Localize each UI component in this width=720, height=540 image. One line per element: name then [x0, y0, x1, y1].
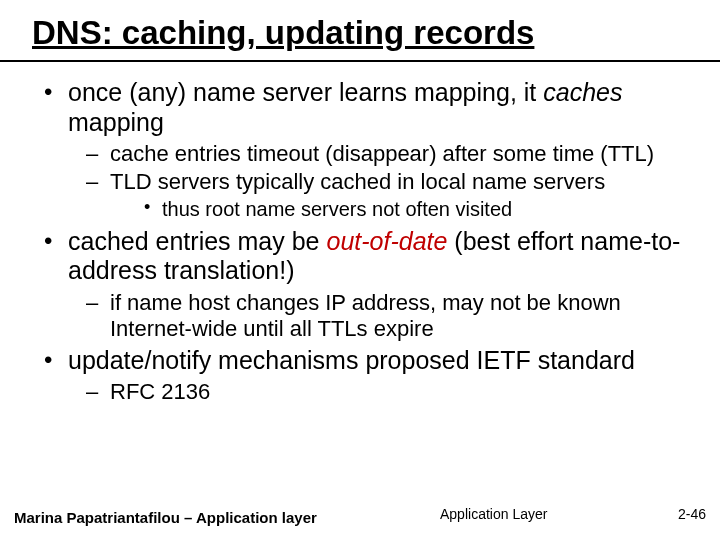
bullet-3-text: update/notify mechanisms proposed IETF s…	[68, 346, 635, 374]
bullet-1-text-post: mapping	[68, 108, 164, 136]
bullet-1-text-pre: once (any) name server learns mapping, i…	[68, 78, 543, 106]
bullet-1-subsublist: thus root name servers not often visited	[110, 197, 696, 221]
slide-title: DNS: caching, updating records	[32, 14, 534, 52]
bullet-1-sub-2-text: TLD servers typically cached in local na…	[110, 169, 605, 194]
footer-author: Marina Papatriantafilou – Application la…	[14, 509, 317, 526]
bullet-3-sub-1: RFC 2136	[82, 379, 696, 405]
slide-body: once (any) name server learns mapping, i…	[38, 78, 696, 409]
bullet-2-emphasis: out-of-date	[326, 227, 447, 255]
bullet-1-sub-2: TLD servers typically cached in local na…	[82, 169, 696, 221]
title-underline-rule	[0, 60, 720, 62]
bullet-3-sublist: RFC 2136	[68, 379, 696, 405]
bullet-1-subsub-1: thus root name servers not often visited	[138, 197, 696, 221]
bullet-2-sub-1: if name host changes IP address, may not…	[82, 290, 696, 342]
bullet-1-emphasis: caches	[543, 78, 622, 106]
bullet-1: once (any) name server learns mapping, i…	[38, 78, 696, 221]
slide: DNS: caching, updating records once (any…	[0, 0, 720, 540]
bullet-2: cached entries may be out-of-date (best …	[38, 227, 696, 342]
footer-section: Application Layer	[440, 506, 547, 522]
bullet-1-sub-1: cache entries timeout (disappear) after …	[82, 141, 696, 167]
footer-page-number: 2-46	[678, 506, 706, 522]
bullet-2-sublist: if name host changes IP address, may not…	[68, 290, 696, 342]
bullet-3: update/notify mechanisms proposed IETF s…	[38, 346, 696, 405]
bullet-1-sublist: cache entries timeout (disappear) after …	[68, 141, 696, 221]
bullet-list-level1: once (any) name server learns mapping, i…	[38, 78, 696, 405]
bullet-2-text-pre: cached entries may be	[68, 227, 326, 255]
